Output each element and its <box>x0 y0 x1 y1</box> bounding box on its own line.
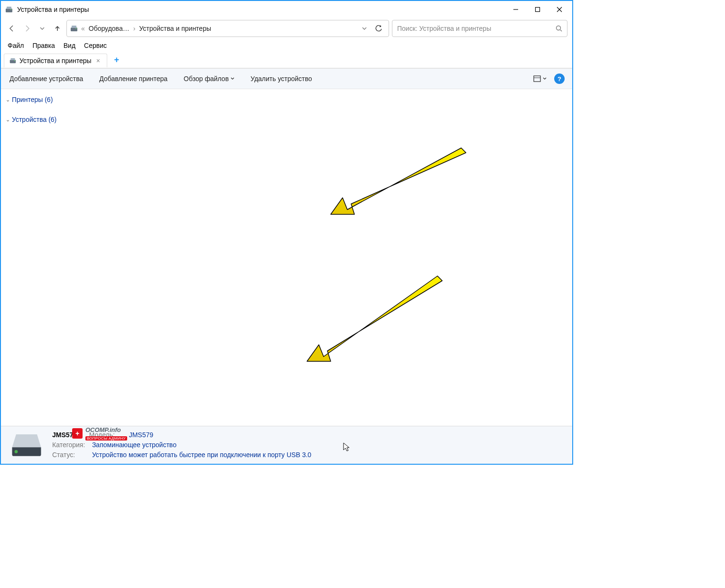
menu-edit[interactable]: Правка <box>28 40 58 51</box>
breadcrumb-separator[interactable]: › <box>132 23 137 34</box>
menu-bar: Файл Правка Вид Сервис <box>1 39 572 52</box>
devices-printers-icon <box>70 24 78 33</box>
help-button[interactable]: ? <box>554 74 565 84</box>
collapse-icon: ⌄ <box>6 97 10 103</box>
close-button[interactable] <box>548 2 570 17</box>
group-title: Принтеры (6) <box>12 96 53 103</box>
address-bar[interactable]: « Оборудова… › Устройства и принтеры <box>66 20 389 37</box>
svg-rect-41 <box>534 76 540 82</box>
refresh-button[interactable] <box>372 25 386 32</box>
tab-label: Устройства и принтеры <box>19 57 92 64</box>
details-status-value: Устройство может работать быстрее при по… <box>92 451 311 459</box>
window-title: Устройства и принтеры <box>17 6 505 13</box>
forward-button[interactable] <box>21 22 33 35</box>
svg-point-39 <box>557 26 561 30</box>
group-title: Устройства (6) <box>12 116 56 123</box>
details-category-value: Запоминающее устройство <box>92 441 177 449</box>
details-model-value: JMS579 <box>129 431 153 439</box>
remove-device-button[interactable]: Удалить устройство <box>250 72 313 85</box>
chevron-down-icon <box>231 77 234 81</box>
details-category-label: Категория: <box>52 440 90 450</box>
watermark: + OCOMP.info ВОПРОСЫ АДМИНУ <box>72 426 127 441</box>
menu-view[interactable]: Вид <box>60 40 79 51</box>
content-area: ⌄ Принтеры (6) ⌄ Устройства (6) <box>1 89 572 426</box>
breadcrumb-part[interactable]: Устройства и принтеры <box>136 23 214 34</box>
maximize-button[interactable] <box>527 2 548 17</box>
minimize-button[interactable] <box>505 2 527 17</box>
recent-dropdown[interactable] <box>36 22 48 35</box>
tab-close-button[interactable]: × <box>94 57 102 64</box>
tab-devices-printers[interactable]: Устройства и принтеры × <box>4 54 107 67</box>
view-mode-button[interactable] <box>533 75 547 82</box>
collapse-icon: ⌄ <box>6 117 10 123</box>
breadcrumb-separator[interactable]: « <box>80 23 86 34</box>
svg-rect-36 <box>536 8 540 12</box>
browse-files-button[interactable]: Обзор файлов <box>183 72 235 85</box>
toolbar: Добавление устройства Добавление принтер… <box>1 68 572 89</box>
group-header-printers[interactable]: ⌄ Принтеры (6) <box>1 93 572 106</box>
search-placeholder: Поиск: Устройства и принтеры <box>397 25 556 32</box>
view-icon <box>533 75 541 82</box>
menu-file[interactable]: Файл <box>4 40 28 51</box>
search-input[interactable]: Поиск: Устройства и принтеры <box>392 20 567 37</box>
address-dropdown[interactable] <box>357 26 372 31</box>
menu-service[interactable]: Сервис <box>80 40 111 51</box>
add-printer-button[interactable]: Добавление принтера <box>98 72 168 85</box>
details-status-label: Статус: <box>52 450 90 460</box>
chevron-down-icon <box>543 77 547 81</box>
breadcrumb-part[interactable]: Оборудова… <box>86 23 132 34</box>
add-device-button[interactable]: Добавление устройства <box>9 72 84 85</box>
svg-line-40 <box>560 30 562 31</box>
devices-printers-icon <box>9 57 17 64</box>
new-tab-button[interactable]: + <box>110 54 123 67</box>
tab-strip: Устройства и принтеры × + <box>1 52 572 68</box>
group-header-devices[interactable]: ⌄ Устройства (6) <box>1 113 572 126</box>
search-icon <box>556 25 562 32</box>
drive-icon <box>8 432 46 458</box>
back-button[interactable] <box>6 22 18 35</box>
navigation-row: « Оборудова… › Устройства и принтеры Пои… <box>1 18 572 39</box>
up-button[interactable] <box>51 22 64 35</box>
title-bar: Устройства и принтеры <box>1 1 572 18</box>
devices-printers-icon <box>5 5 13 14</box>
